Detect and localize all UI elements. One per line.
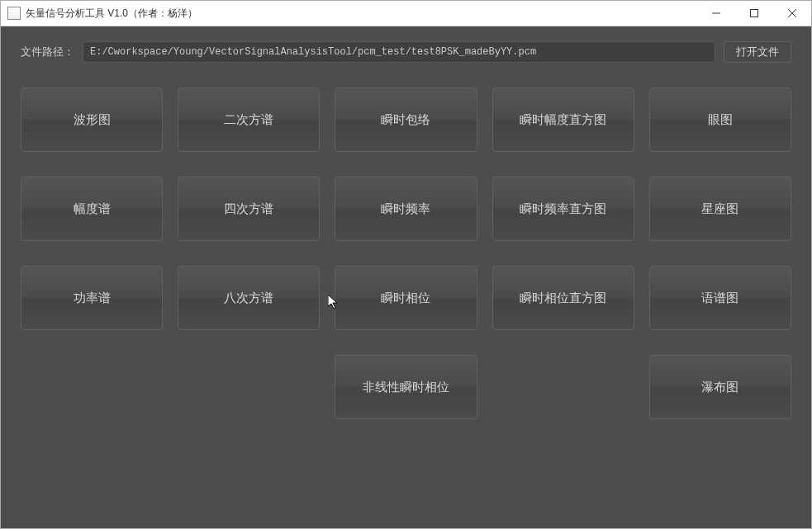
window-title: 矢量信号分析工具 V1.0（作者：杨洋） bbox=[26, 7, 697, 21]
instant-amplitude-histogram-button[interactable]: 瞬时幅度直方图 bbox=[492, 87, 634, 152]
close-button[interactable] bbox=[773, 1, 811, 26]
filepath-input[interactable] bbox=[83, 41, 715, 63]
second-power-spectrum-button[interactable]: 二次方谱 bbox=[178, 87, 320, 152]
content-area: 文件路径： 打开文件 波形图 二次方谱 瞬时包络 瞬时幅度直方图 眼图 幅度谱 … bbox=[1, 26, 811, 528]
instant-phase-histogram-button[interactable]: 瞬时相位直方图 bbox=[492, 266, 634, 330]
waveform-button[interactable]: 波形图 bbox=[21, 87, 163, 152]
instant-frequency-button[interactable]: 瞬时频率 bbox=[335, 177, 477, 241]
maximize-button[interactable] bbox=[735, 1, 773, 26]
power-spectrum-button[interactable]: 功率谱 bbox=[21, 266, 163, 330]
app-window: 矢量信号分析工具 V1.0（作者：杨洋） 文件路径： 打开文件 波形图 二次方谱… bbox=[0, 0, 812, 529]
svg-rect-1 bbox=[751, 10, 758, 17]
instant-phase-button[interactable]: 瞬时相位 bbox=[335, 266, 477, 330]
filepath-row: 文件路径： 打开文件 bbox=[21, 41, 791, 63]
nonlinear-instant-phase-button[interactable]: 非线性瞬时相位 bbox=[335, 355, 477, 419]
filepath-label: 文件路径： bbox=[21, 45, 74, 59]
fourth-power-spectrum-button[interactable]: 四次方谱 bbox=[178, 177, 320, 241]
waterfall-button[interactable]: 瀑布图 bbox=[649, 355, 791, 419]
app-icon bbox=[7, 7, 21, 20]
instant-frequency-histogram-button[interactable]: 瞬时频率直方图 bbox=[492, 177, 634, 241]
eighth-power-spectrum-button[interactable]: 八次方谱 bbox=[178, 266, 320, 330]
window-controls bbox=[697, 1, 811, 26]
eye-diagram-button[interactable]: 眼图 bbox=[649, 87, 791, 152]
constellation-button[interactable]: 星座图 bbox=[649, 177, 791, 241]
instant-envelope-button[interactable]: 瞬时包络 bbox=[335, 87, 477, 152]
spectrogram-button[interactable]: 语谱图 bbox=[649, 266, 791, 330]
analysis-button-grid: 波形图 二次方谱 瞬时包络 瞬时幅度直方图 眼图 幅度谱 四次方谱 瞬时频率 瞬… bbox=[21, 87, 791, 419]
minimize-button[interactable] bbox=[697, 1, 735, 26]
amplitude-spectrum-button[interactable]: 幅度谱 bbox=[21, 177, 163, 241]
open-file-button[interactable]: 打开文件 bbox=[724, 41, 791, 63]
titlebar: 矢量信号分析工具 V1.0（作者：杨洋） bbox=[1, 1, 811, 26]
